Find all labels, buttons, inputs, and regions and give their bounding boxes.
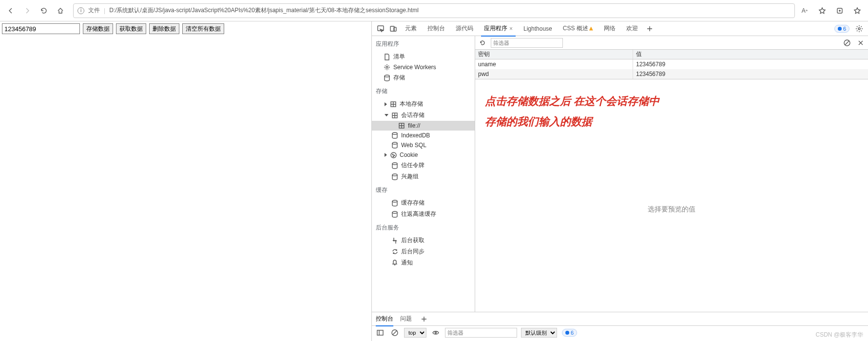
delete-button[interactable]: 删除数据: [149, 23, 179, 34]
tab-sources[interactable]: 源代码: [451, 21, 478, 36]
item-bfc[interactable]: 往返高速缓存: [372, 208, 475, 220]
text-input[interactable]: [2, 23, 80, 34]
inspect-icon[interactable]: [375, 23, 386, 35]
svg-point-23: [435, 332, 437, 334]
delete-icon[interactable]: [855, 38, 866, 48]
group-application: 应用程序: [372, 36, 475, 51]
address-separator: |: [104, 7, 105, 14]
item-bg-fetch[interactable]: 后台获取: [372, 235, 475, 246]
item-cache-storage[interactable]: 缓存存储: [372, 197, 475, 208]
favorite-icon[interactable]: [815, 4, 829, 18]
svg-point-10: [392, 133, 397, 134]
drawer-tab-console[interactable]: 控制台: [376, 312, 393, 326]
col-key[interactable]: 密钥: [475, 50, 633, 59]
svg-point-19: [392, 211, 397, 213]
refresh-button[interactable]: [37, 4, 51, 18]
document-icon: [384, 54, 390, 60]
database-icon: [391, 142, 398, 149]
database-icon: [391, 200, 398, 207]
collections-icon[interactable]: [833, 4, 847, 18]
tab-lighthouse[interactable]: Lighthouse: [519, 21, 557, 36]
expand-icon[interactable]: [385, 153, 387, 157]
item-bg-sync[interactable]: 后台同步: [372, 246, 475, 257]
item-trust-tokens[interactable]: 信任令牌: [372, 160, 475, 171]
svg-point-4: [858, 28, 860, 30]
cell-key: pwd: [475, 69, 633, 79]
item-manifest[interactable]: 清单: [372, 51, 475, 62]
info-icon[interactable]: i: [77, 7, 84, 14]
item-service-workers[interactable]: Service Workers: [372, 62, 475, 72]
svg-point-6: [385, 75, 389, 77]
group-bgservice: 后台服务: [372, 220, 475, 235]
drawer-tab-issues[interactable]: 问题: [400, 312, 412, 326]
group-cache: 缓存: [372, 182, 475, 197]
item-storage-overview[interactable]: 存储: [372, 72, 475, 83]
tab-application[interactable]: 应用程序×: [479, 21, 518, 36]
tab-network[interactable]: 网络: [599, 21, 620, 36]
issues-badge[interactable]: 6: [834, 25, 849, 33]
item-session-storage[interactable]: 会话存储: [372, 110, 475, 121]
item-cookies[interactable]: Cookie: [372, 150, 475, 160]
item-session-file[interactable]: file://: [372, 121, 475, 131]
item-interest-groups[interactable]: 兴趣组: [372, 171, 475, 182]
console-toolbar: top 默认级别 6: [372, 326, 868, 340]
devtools: 元素 控制台 源代码 应用程序× Lighthouse CSS 概述 网络 欢迎…: [371, 21, 868, 341]
store-button[interactable]: 存储数据: [83, 23, 113, 34]
add-drawer-tab-icon[interactable]: [419, 314, 429, 324]
address-scheme: 文件: [88, 6, 100, 15]
database-icon: [391, 211, 398, 218]
col-value[interactable]: 值: [633, 50, 868, 59]
browser-toolbar: i 文件 | D:/系统默认/桌面/JS/java-script/JavaScr…: [0, 0, 868, 21]
storage-table: 密钥 值 uname 123456789 pwd 123456789: [475, 50, 868, 79]
device-icon[interactable]: [387, 23, 399, 35]
table-row[interactable]: uname 123456789: [475, 59, 868, 69]
back-button[interactable]: [4, 4, 18, 18]
get-button[interactable]: 获取数据: [116, 23, 146, 34]
close-icon[interactable]: ×: [509, 25, 513, 32]
toggle-sidebar-icon[interactable]: [375, 327, 386, 338]
address-bar[interactable]: i 文件 | D:/系统默认/桌面/JS/java-script/JavaScr…: [73, 3, 795, 18]
table-row[interactable]: pwd 123456789: [475, 69, 868, 79]
refresh-icon[interactable]: [477, 38, 488, 48]
cell-value: 123456789: [633, 69, 868, 79]
cookie-icon: [390, 152, 397, 158]
console-filter-input[interactable]: [445, 328, 517, 338]
tab-welcome[interactable]: 欢迎: [621, 21, 643, 36]
clear-button[interactable]: 清空所有数据: [182, 23, 224, 34]
svg-point-14: [394, 155, 395, 156]
item-notifications[interactable]: 通知: [372, 257, 475, 268]
tab-css[interactable]: CSS 概述: [558, 21, 598, 36]
item-websql[interactable]: Web SQL: [372, 140, 475, 150]
watermark: CSDN @极客李华: [815, 331, 863, 339]
clear-console-icon[interactable]: [389, 327, 400, 338]
tab-console[interactable]: 控制台: [423, 21, 450, 36]
svg-point-16: [392, 163, 397, 165]
bell-icon: [391, 260, 398, 266]
home-button[interactable]: [54, 4, 67, 18]
favorites-bar-icon[interactable]: [850, 4, 864, 18]
eye-icon[interactable]: [430, 327, 441, 338]
drawer-tabs: 控制台 问题: [372, 312, 868, 326]
level-select[interactable]: 默认级别: [521, 328, 557, 338]
svg-rect-21: [377, 330, 383, 335]
console-badge[interactable]: 6: [562, 329, 577, 337]
grid-icon: [391, 112, 398, 119]
item-indexeddb[interactable]: IndexedDB: [372, 131, 475, 140]
settings-icon[interactable]: [853, 23, 865, 35]
read-aloud-icon[interactable]: A»: [798, 4, 811, 18]
context-select[interactable]: top: [404, 328, 426, 338]
collapse-icon[interactable]: [385, 114, 388, 116]
database-icon: [384, 75, 390, 81]
tab-elements[interactable]: 元素: [400, 21, 422, 36]
expand-icon[interactable]: [385, 102, 387, 106]
add-tab-icon[interactable]: [644, 23, 656, 35]
application-sidebar: 应用程序 清单 Service Workers 存储 存储 本地存储 会话存储 …: [372, 36, 475, 312]
storage-toolbar: [475, 36, 868, 50]
cell-key: uname: [475, 59, 633, 69]
item-local-storage[interactable]: 本地存储: [372, 98, 475, 110]
devtools-tabs: 元素 控制台 源代码 应用程序× Lighthouse CSS 概述 网络 欢迎…: [372, 21, 868, 36]
clear-all-icon[interactable]: [842, 38, 852, 48]
filter-input[interactable]: [491, 38, 563, 48]
console-drawer: 控制台 问题 top 默认级别 6: [372, 312, 868, 341]
sync-icon: [391, 248, 398, 255]
